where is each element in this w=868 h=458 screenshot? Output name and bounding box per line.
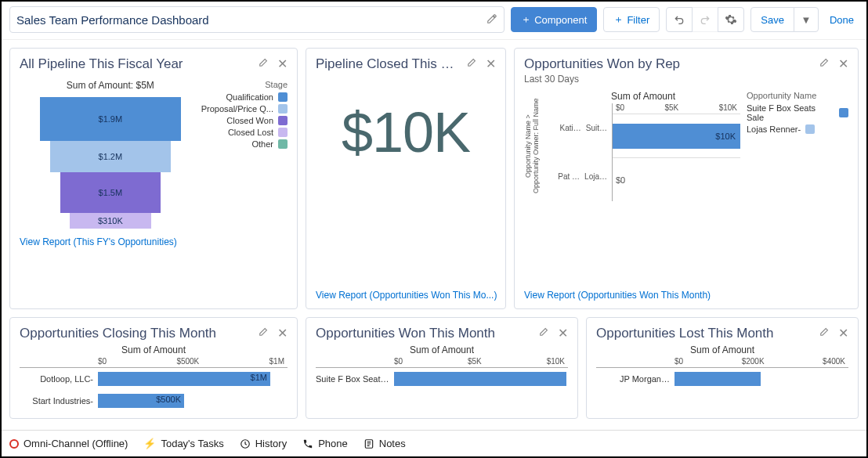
pencil-icon[interactable] (467, 56, 478, 71)
legend-item: Qualification (201, 92, 288, 102)
phone-icon (302, 438, 313, 449)
legend-item: Closed Won (201, 116, 288, 125)
card-pipeline-fy: All Pipeline This Fiscal Year ✕ Sum of A… (9, 48, 298, 309)
status-ring-icon (9, 439, 19, 449)
card-won-month: Opportunities Won This Month ✕ Sum of Am… (306, 317, 578, 419)
funnel-segment: $1.2M (50, 141, 171, 172)
history-buttons (666, 7, 744, 32)
close-icon[interactable]: ✕ (277, 326, 288, 341)
bar-row: JP Morgan… (596, 368, 848, 390)
settings-button[interactable] (718, 7, 744, 32)
y-axis-label-1: Opportunity Name > (524, 91, 532, 201)
close-icon[interactable]: ✕ (838, 326, 848, 341)
save-buttons: Save ▼ (750, 7, 819, 32)
funnel-sum-label: Sum of Amount: $5M (20, 80, 201, 91)
phone-button[interactable]: Phone (302, 438, 348, 449)
funnel-segment: $1.5M (60, 172, 161, 213)
pencil-icon[interactable] (539, 326, 550, 341)
pencil-icon[interactable] (259, 56, 269, 71)
save-dropdown-button[interactable]: ▼ (794, 7, 819, 32)
card-closing-month: Opportunities Closing This Month ✕ Sum o… (9, 317, 298, 419)
bar-row: Dotloop, LLC-$1M (20, 368, 288, 390)
chart-title: Sum of Amount (546, 91, 740, 102)
add-component-button[interactable]: ＋ Component (511, 7, 597, 32)
card-title: Opportunities Won This Month (316, 326, 495, 341)
y-axis-label-2: Opportunity Owner: Full Name (532, 91, 540, 201)
close-icon[interactable]: ✕ (277, 56, 288, 71)
card-title: Opportunities Closing This Month (20, 326, 216, 341)
plus-icon: ＋ (521, 13, 531, 27)
chevron-down-icon: ▼ (801, 14, 811, 26)
card-title: Opportunities Won by Rep (524, 56, 680, 72)
bar: $10K (613, 124, 740, 149)
dashboard-row-2: Opportunities Closing This Month ✕ Sum o… (2, 317, 866, 419)
plus-icon: ＋ (613, 13, 624, 27)
view-report-link[interactable]: View Report (Opportunities Won This Mo..… (316, 290, 497, 301)
pencil-icon[interactable] (486, 13, 497, 27)
history-button[interactable]: History (240, 438, 287, 449)
card-subtitle: Last 30 Days (524, 74, 680, 85)
close-icon[interactable]: ✕ (486, 56, 496, 71)
bolt-icon: ⚡ (143, 438, 156, 449)
legend-item: Closed Lost (201, 128, 288, 137)
done-link[interactable]: Done (825, 14, 859, 26)
utility-bar: Omni-Channel (Offline) ⚡ Today's Tasks H… (2, 430, 866, 456)
funnel-segment: $1.9M (40, 97, 181, 141)
omni-channel-button[interactable]: Omni-Channel (Offline) (9, 438, 128, 449)
view-report-link[interactable]: View Report (Opportunities Won This Mont… (524, 290, 711, 301)
funnel-chart: $1.9M$1.2M$1.5M$310K (40, 97, 181, 229)
pencil-icon[interactable] (259, 326, 269, 341)
funnel-segment: $310K (70, 213, 151, 229)
funnel-legend: Stage QualificationProposal/Price Q...Cl… (201, 80, 288, 229)
undo-button[interactable] (666, 7, 693, 32)
legend-item: Proposal/Price Q... (201, 104, 288, 114)
close-icon[interactable]: ✕ (558, 326, 568, 341)
metric-value: $10K (316, 72, 496, 177)
card-lost-month: Opportunities Lost This Month ✕ Sum of A… (586, 317, 859, 419)
legend-item: Suite F Box Seats Sale (747, 103, 848, 122)
card-won-by-rep: Opportunities Won by Rep Last 30 Days ✕ … (514, 48, 859, 309)
pencil-icon[interactable] (819, 326, 830, 341)
legend-item: Lojas Renner- (747, 124, 848, 134)
card-title: Pipeline Closed This … (316, 56, 454, 72)
notes-icon (363, 438, 374, 449)
save-button[interactable]: Save (750, 7, 794, 32)
dashboard-title-input[interactable]: Sales Team Performance Dashboard (9, 6, 505, 33)
card-title: All Pipeline This Fiscal Year (20, 56, 183, 72)
card-title: Opportunities Lost This Month (596, 326, 773, 341)
pencil-icon[interactable] (819, 56, 830, 71)
card-pipeline-closed-metric: Pipeline Closed This … ✕ $10K View Repor… (306, 48, 506, 309)
dashboard-row-1: All Pipeline This Fiscal Year ✕ Sum of A… (2, 40, 866, 317)
dashboard-title: Sales Team Performance Dashboard (16, 13, 209, 27)
redo-button[interactable] (692, 7, 718, 32)
bar-row: Start Industries-$500K (20, 390, 288, 412)
close-icon[interactable]: ✕ (838, 56, 848, 71)
notes-button[interactable]: Notes (363, 438, 406, 449)
topbar: Sales Team Performance Dashboard ＋ Compo… (2, 2, 866, 40)
bar-row: Suite F Box Seats… (316, 368, 568, 390)
add-filter-button[interactable]: ＋ Filter (603, 7, 660, 32)
legend-item: Other (201, 139, 288, 149)
view-report-link[interactable]: View Report (This FY's Opportunities) (20, 236, 177, 247)
todays-tasks-button[interactable]: ⚡ Today's Tasks (143, 438, 223, 449)
clock-icon (240, 438, 251, 449)
